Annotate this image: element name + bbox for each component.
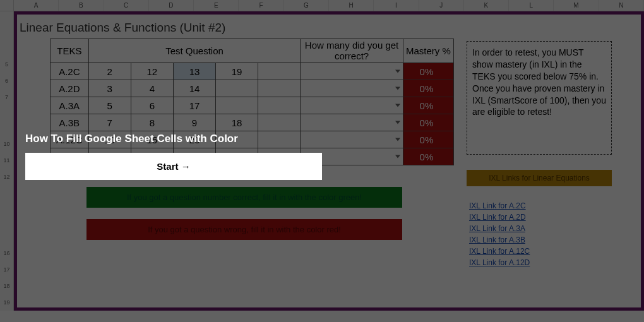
tooltip-title: How To Fill Google Sheet Cells with Colo… [25,133,322,145]
tutorial-tooltip: How To Fill Google Sheet Cells with Colo… [25,133,322,180]
start-button[interactable]: Start → [25,153,322,180]
